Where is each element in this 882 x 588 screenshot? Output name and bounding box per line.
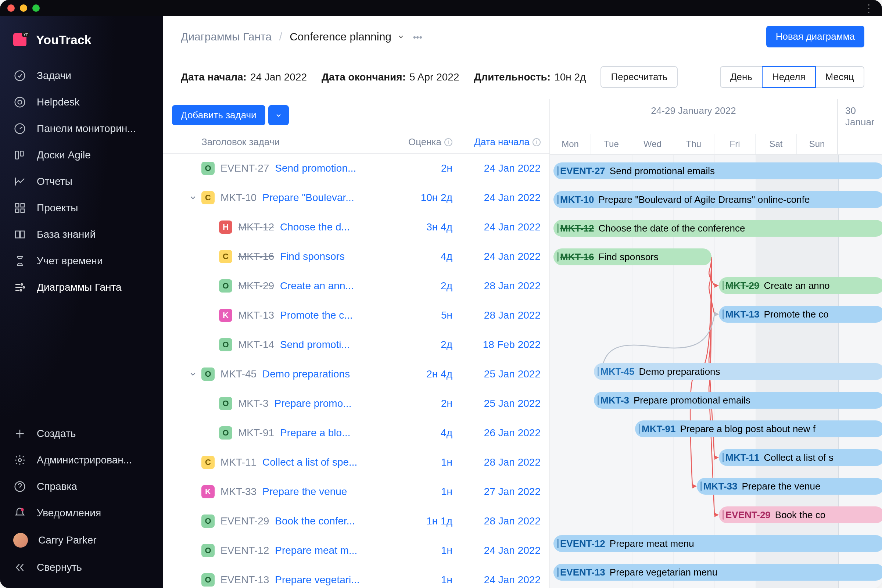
- task-row[interactable]: O EVENT-13 Prepare vegetari... 1н 24 Jan…: [163, 565, 549, 588]
- task-start-date[interactable]: 27 Jan 2022: [452, 486, 541, 498]
- task-id[interactable]: MKT-33: [220, 486, 256, 498]
- gantt-bar[interactable]: MKT-13Promote the co: [719, 306, 882, 322]
- view-week-button[interactable]: Неделя: [762, 66, 816, 88]
- task-title[interactable]: Prepare a blo...: [280, 427, 350, 439]
- task-row[interactable]: O MKT-45 Demo preparations 2н 4д 25 Jan …: [163, 359, 549, 389]
- view-day-button[interactable]: День: [720, 66, 763, 88]
- task-id[interactable]: MKT-12: [238, 221, 274, 233]
- task-row[interactable]: C MKT-11 Collect a list of spe... 1н 28 …: [163, 448, 549, 477]
- task-estimate[interactable]: 1н: [386, 456, 452, 468]
- new-chart-button[interactable]: Новая диаграмма: [766, 26, 864, 47]
- task-row[interactable]: O MKT-14 Send promoti... 2д 18 Feb 2022: [163, 330, 549, 359]
- window-menu-icon[interactable]: ⋮: [864, 2, 874, 14]
- task-id[interactable]: MKT-13: [238, 309, 274, 321]
- close-window-button[interactable]: [8, 4, 15, 12]
- task-row[interactable]: C MKT-16 Find sponsors 4д 24 Jan 2022: [163, 242, 549, 271]
- nav-reports[interactable]: Отчеты: [0, 168, 163, 195]
- task-id[interactable]: MKT-11: [220, 456, 256, 468]
- task-start-date[interactable]: 28 Jan 2022: [452, 309, 541, 321]
- task-id[interactable]: EVENT-27: [220, 162, 269, 174]
- add-tasks-dropdown[interactable]: [268, 105, 289, 125]
- gantt-bar[interactable]: EVENT-13Prepare vegetarian menu: [554, 564, 882, 580]
- nav-knowledge-base[interactable]: База знаний: [0, 221, 163, 248]
- nav-time-tracking[interactable]: Учет времени: [0, 248, 163, 274]
- gantt-bar[interactable]: MKT-33Prepare the venue: [697, 478, 882, 495]
- task-start-date[interactable]: 28 Jan 2022: [452, 456, 541, 468]
- task-start-date[interactable]: 26 Jan 2022: [452, 427, 541, 439]
- task-estimate[interactable]: 1н: [386, 486, 452, 498]
- minimize-window-button[interactable]: [20, 4, 27, 12]
- breadcrumb-root[interactable]: Диаграммы Ганта: [181, 30, 272, 43]
- task-row[interactable]: O MKT-29 Create an ann... 2д 28 Jan 2022: [163, 271, 549, 301]
- task-title[interactable]: Find sponsors: [280, 250, 345, 262]
- gantt-bar[interactable]: MKT-91Prepare a blog post about new f: [635, 420, 882, 437]
- info-icon[interactable]: i: [444, 138, 452, 146]
- task-estimate[interactable]: 2н: [386, 398, 452, 410]
- task-start-date[interactable]: 18 Feb 2022: [452, 339, 541, 351]
- nav-user-profile[interactable]: Carry Parker: [0, 526, 163, 554]
- add-tasks-button[interactable]: Добавить задачи: [172, 105, 266, 125]
- task-title[interactable]: Prepare promo...: [274, 398, 351, 410]
- gantt-bar[interactable]: MKT-3Prepare promotional emails: [594, 392, 882, 409]
- nav-collapse[interactable]: Свернуть: [0, 554, 163, 580]
- task-id[interactable]: MKT-29: [238, 280, 274, 292]
- task-estimate[interactable]: 4д: [386, 250, 452, 262]
- nav-helpdesk[interactable]: Helpdesk: [0, 89, 163, 116]
- gantt-bar[interactable]: MKT-11Collect a list of s: [719, 449, 882, 466]
- gantt-bar[interactable]: MKT-45Demo preparations: [594, 363, 882, 380]
- expand-toggle[interactable]: [172, 194, 201, 202]
- task-id[interactable]: EVENT-12: [220, 544, 269, 556]
- nav-agile-boards[interactable]: Доски Agile: [0, 142, 163, 168]
- task-title[interactable]: Prepare "Boulevar...: [262, 192, 354, 204]
- gantt-bar[interactable]: EVENT-12Prepare meat menu: [554, 535, 882, 552]
- task-estimate[interactable]: 2н 4д: [386, 368, 452, 380]
- expand-toggle[interactable]: [172, 370, 201, 378]
- task-start-date[interactable]: 25 Jan 2022: [452, 368, 541, 380]
- task-title[interactable]: Demo preparations: [262, 368, 350, 380]
- gantt-bar[interactable]: EVENT-27Send promotional emails: [554, 162, 882, 179]
- task-start-date[interactable]: 24 Jan 2022: [452, 192, 541, 204]
- nav-tasks[interactable]: Задачи: [0, 63, 163, 89]
- breadcrumb-current[interactable]: Conference planning: [290, 30, 392, 43]
- gantt-bar[interactable]: MKT-12Choose the date of the conference: [554, 220, 882, 237]
- maximize-window-button[interactable]: [32, 4, 40, 12]
- task-id[interactable]: MKT-45: [220, 368, 256, 380]
- task-estimate[interactable]: 1н: [386, 574, 452, 586]
- task-estimate[interactable]: 4д: [386, 427, 452, 439]
- task-start-date[interactable]: 25 Jan 2022: [452, 398, 541, 410]
- task-title[interactable]: Promote the c...: [280, 309, 353, 321]
- task-title[interactable]: Prepare the venue: [262, 486, 347, 498]
- task-estimate[interactable]: 1н 1д: [386, 515, 452, 527]
- task-id[interactable]: MKT-91: [238, 427, 274, 439]
- task-title[interactable]: Collect a list of spe...: [262, 456, 357, 468]
- task-id[interactable]: MKT-3: [238, 398, 268, 410]
- nav-create[interactable]: Создать: [0, 420, 163, 447]
- task-row[interactable]: O EVENT-12 Prepare meat m... 1н 24 Jan 2…: [163, 536, 549, 565]
- gantt-bar[interactable]: MKT-29Create an anno: [719, 277, 882, 294]
- more-options-icon[interactable]: •••: [413, 32, 422, 42]
- task-start-date[interactable]: 28 Jan 2022: [452, 515, 541, 527]
- task-title[interactable]: Choose the d...: [280, 221, 350, 233]
- view-month-button[interactable]: Месяц: [815, 66, 864, 88]
- task-title[interactable]: Prepare meat m...: [275, 544, 357, 556]
- timeline-body[interactable]: EVENT-27Send promotional emailsMKT-10Pre…: [550, 155, 882, 588]
- task-estimate[interactable]: 10н 2д: [386, 192, 452, 204]
- task-start-date[interactable]: 24 Jan 2022: [452, 250, 541, 262]
- task-title[interactable]: Prepare vegetari...: [275, 574, 359, 586]
- task-id[interactable]: EVENT-13: [220, 574, 269, 586]
- nav-notifications[interactable]: Уведомления: [0, 500, 163, 526]
- task-estimate[interactable]: 5н: [386, 309, 452, 321]
- nav-help[interactable]: Справка: [0, 473, 163, 500]
- task-title[interactable]: Create an ann...: [280, 280, 354, 292]
- gantt-bar[interactable]: MKT-16Find sponsors: [554, 248, 711, 266]
- task-row[interactable]: K MKT-13 Promote the c... 5н 28 Jan 2022: [163, 301, 549, 330]
- nav-projects[interactable]: Проекты: [0, 195, 163, 221]
- task-estimate[interactable]: 1н: [386, 544, 452, 556]
- task-estimate[interactable]: 3н 4д: [386, 221, 452, 233]
- nav-admin[interactable]: Администрирован...: [0, 447, 163, 473]
- task-estimate[interactable]: 2н: [386, 162, 452, 174]
- task-start-date[interactable]: 24 Jan 2022: [452, 544, 541, 556]
- task-estimate[interactable]: 2д: [386, 339, 452, 351]
- task-id[interactable]: MKT-10: [220, 192, 256, 204]
- nav-dashboards[interactable]: Панели мониторин...: [0, 116, 163, 142]
